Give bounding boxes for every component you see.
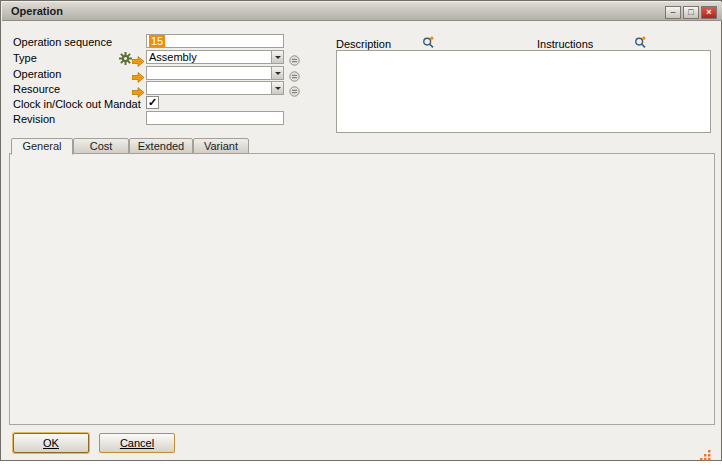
resource-label: Resource — [13, 82, 60, 96]
cancel-button[interactable]: Cancel — [99, 433, 175, 453]
type-value: Assembly — [149, 51, 197, 63]
selected-text: 15 — [149, 35, 165, 47]
tab-general[interactable]: General — [11, 138, 73, 155]
tab-cost[interactable]: Cost — [73, 138, 129, 154]
revision-input[interactable] — [146, 111, 284, 125]
close-button[interactable]: × — [701, 6, 717, 19]
revision-label: Revision — [13, 112, 55, 126]
cancel-button-label: Cancel — [120, 437, 154, 449]
description-label: Description — [336, 37, 391, 51]
tab-label: Cost — [90, 140, 113, 152]
window-title: Operation — [11, 5, 63, 17]
instructions-label: Instructions — [537, 37, 593, 51]
type-label: Type — [13, 51, 37, 65]
resize-grip-icon[interactable] — [699, 447, 711, 465]
tab-label: General — [22, 140, 61, 152]
chevron-down-icon[interactable] — [271, 51, 283, 63]
minimize-icon: – — [670, 7, 675, 17]
operation-dialog: Operation – □ × Operation sequence 15 Ty… — [0, 0, 722, 474]
minimize-button[interactable]: – — [665, 6, 681, 19]
operation-sequence-label: Operation sequence — [13, 35, 112, 49]
titlebar[interactable]: Operation – □ × — [2, 2, 722, 21]
clock-mandatory-checkbox[interactable]: ✓ — [146, 96, 159, 109]
clock-mandatory-label: Clock in/Clock out Mandat — [13, 97, 141, 111]
operation-dropdown[interactable] — [146, 66, 284, 80]
maximize-button[interactable]: □ — [683, 6, 699, 19]
tab-extended[interactable]: Extended — [129, 138, 193, 154]
type-dropdown[interactable]: Assembly — [146, 50, 284, 64]
ok-button-label: OK — [43, 437, 59, 449]
dialog-frame: Operation – □ × Operation sequence 15 Ty… — [0, 0, 722, 461]
tab-variant[interactable]: Variant — [193, 138, 249, 154]
chevron-down-icon[interactable] — [271, 67, 283, 79]
operation-sequence-input[interactable]: 15 — [146, 34, 284, 48]
checkmark-icon: ✓ — [148, 96, 157, 108]
general-tab-panel — [9, 153, 715, 425]
tab-label: Extended — [138, 140, 184, 152]
description-instructions-textarea[interactable] — [336, 50, 711, 133]
gear-icon[interactable] — [119, 51, 132, 69]
tab-label: Variant — [204, 140, 238, 152]
resource-dropdown[interactable] — [146, 81, 284, 95]
operation-label: Operation — [13, 67, 61, 81]
ok-button[interactable]: OK — [13, 433, 89, 453]
close-icon: × — [706, 7, 711, 17]
maximize-icon: □ — [688, 7, 693, 17]
choose-from-list-icon[interactable] — [289, 83, 300, 101]
chevron-down-icon[interactable] — [271, 82, 283, 94]
